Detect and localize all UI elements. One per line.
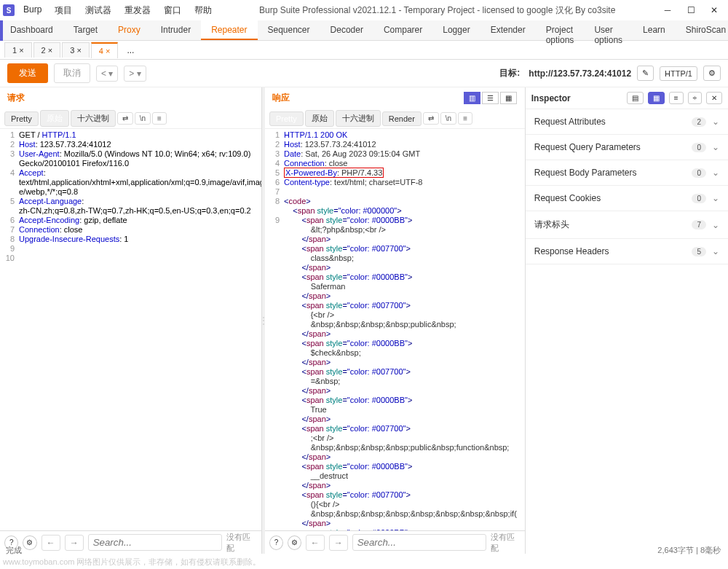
inspector-row[interactable]: Request Attributes2⌄ [526,109,728,135]
settings-gear-icon[interactable]: ⚙ [23,535,36,550]
view-tab-十六进制[interactable]: 十六进制 [71,110,116,127]
status-bar: 2,643字节 | 8毫秒 [657,545,721,556]
view-tab-原始[interactable]: 原始 [40,110,69,127]
help-icon[interactable]: ? [269,535,283,550]
subtab[interactable]: 1 × [4,42,32,58]
http-version-button[interactable]: HTTP/1 [660,66,697,81]
search-next-icon[interactable]: → [65,535,84,551]
chevron-down-icon: ⌄ [712,220,719,230]
response-viewer[interactable]: 1HTTP/1.1 200 OK2Host: 123.57.73.24:4101… [265,129,525,530]
watermark: www.toymoban.com 网络图片仅供展示，非存储，如有侵权请联系删除。 [3,557,261,568]
settings-icon[interactable]: ⚙ [703,66,721,81]
close-button[interactable]: ✕ [703,1,725,19]
action-button[interactable]: ⇄ [423,112,439,125]
tab-user-options[interactable]: User options [584,20,633,40]
inspector-row[interactable]: Request Cookies0⌄ [526,186,728,211]
maximize-button[interactable]: ☐ [680,1,702,19]
request-search-input[interactable] [88,534,222,551]
menu-icon[interactable]: ≡ [458,112,472,125]
sort-icon[interactable]: ÷ [688,92,703,104]
target-url: http://123.57.73.24:41012 [529,68,631,79]
filter-icon[interactable]: ≡ [669,92,684,104]
more-tabs-button[interactable]: ... [119,42,141,58]
tab-project-options[interactable]: Project options [536,20,585,40]
search-prev-icon[interactable]: ← [306,535,325,551]
inspector-row[interactable]: 请求标头7⌄ [526,211,728,239]
view-tab-Render[interactable]: Render [382,111,422,126]
send-button[interactable]: 发送 [7,63,48,83]
chevron-down-icon: ⌄ [712,168,719,178]
request-title: 请求 [0,87,261,109]
inspector-row[interactable]: Request Body Parameters0⌄ [526,160,728,186]
tab-learn[interactable]: Learn [633,20,676,40]
tab-dashboard[interactable]: Dashboard [0,20,63,40]
no-match-label: 没有匹配 [491,532,521,554]
view-tab-十六进制[interactable]: 十六进制 [336,110,381,127]
settings-gear-icon[interactable]: ⚙ [288,535,301,550]
layout-rows-icon[interactable]: ☰ [482,92,499,104]
cancel-button[interactable]: 取消 [54,63,90,83]
subtab[interactable]: 4 × [91,42,119,58]
action-button[interactable]: ⇄ [117,112,133,125]
edit-target-icon[interactable]: ✎ [637,66,654,81]
minimize-button[interactable]: ─ [657,1,678,19]
request-editor[interactable]: 1GET / HTTP/1.12Host: 123.57.73.24:41012… [0,129,261,530]
target-label: 目标: [499,67,520,79]
tab-comparer[interactable]: Comparer [373,20,432,40]
inspector-row[interactable]: Request Query Parameters0⌄ [526,135,728,160]
newline-toggle-icon[interactable]: \n [440,112,456,125]
menu-窗口[interactable]: 窗口 [158,1,187,20]
tab-extender[interactable]: Extender [480,20,536,40]
chevron-down-icon: ⌄ [712,117,719,127]
search-prev-icon[interactable]: ← [41,535,60,551]
view-tab-原始[interactable]: 原始 [305,110,334,127]
status-done: 完成 [6,545,22,556]
nav-back-button[interactable]: < ▾ [96,66,118,82]
menu-Burp[interactable]: Burp [17,1,47,20]
tab-decoder[interactable]: Decoder [320,20,373,40]
tab-logger[interactable]: Logger [432,20,480,40]
nav-fwd-button[interactable]: > ▾ [124,66,146,82]
view-tab-Pretty[interactable]: Pretty [4,111,39,126]
view-list-icon[interactable]: ▤ [627,92,644,104]
response-search-input[interactable] [352,534,486,551]
menu-项目[interactable]: 项目 [49,1,78,20]
tab-intruder[interactable]: Intruder [151,20,201,40]
view-detail-icon[interactable]: ▦ [648,92,665,104]
no-match-label: 没有匹配 [226,532,257,554]
inspector-row[interactable]: Response Headers5⌄ [526,239,728,264]
tab-target[interactable]: Target [63,20,108,40]
menu-重发器[interactable]: 重发器 [119,1,157,20]
layout-columns-icon[interactable]: ▥ [464,92,480,104]
chevron-down-icon: ⌄ [712,246,719,256]
chevron-down-icon: ⌄ [712,193,719,203]
window-title: Burp Suite Professional v2021.12.1 - Tem… [221,4,654,17]
subtab[interactable]: 3 × [62,42,90,58]
menu-帮助[interactable]: 帮助 [189,1,218,20]
tab-repeater[interactable]: Repeater [201,20,257,40]
inspector-title: Inspector [531,93,622,103]
app-logo: S [3,4,15,16]
view-tab-Pretty[interactable]: Pretty [269,111,304,126]
subtab[interactable]: 2 × [33,42,61,58]
tab-shiroscan[interactable]: ShiroScan [676,20,728,40]
layout-grid-icon[interactable]: ▦ [500,92,517,104]
tab-proxy[interactable]: Proxy [108,20,151,40]
menu-测试器[interactable]: 测试器 [79,1,117,20]
newline-toggle-icon[interactable]: \n [135,112,151,125]
chevron-down-icon: ⌄ [712,142,719,152]
menu-icon[interactable]: ≡ [152,112,167,125]
tab-sequencer[interactable]: Sequencer [258,20,320,40]
search-next-icon[interactable]: → [329,535,348,551]
close-inspector-icon[interactable]: ✕ [706,92,722,104]
